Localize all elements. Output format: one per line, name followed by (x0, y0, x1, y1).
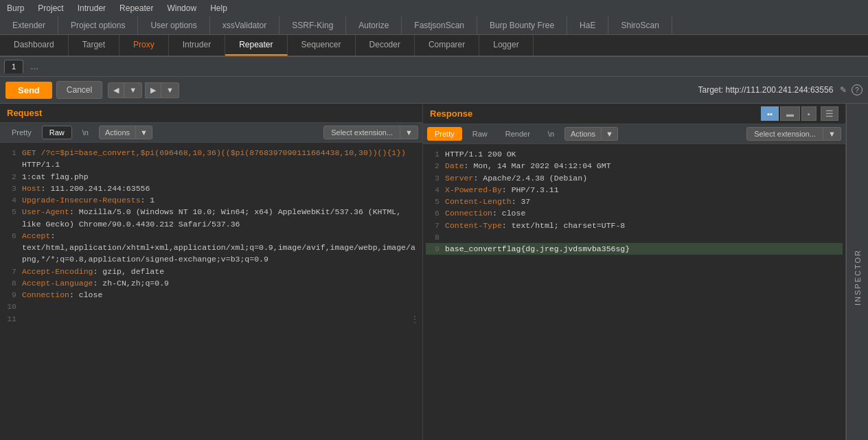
repeater-toolbar: Send Cancel ◀ ▼ ▶ ▼ Target: http://111.2… (0, 77, 868, 104)
edit-target-icon[interactable]: ✎ (840, 85, 847, 95)
request-line-10: 10 (3, 301, 420, 312)
request-actions-dropdown[interactable]: ▼ (136, 126, 152, 139)
response-line-8: 8 (426, 231, 843, 243)
tab-autorize[interactable]: Autorize (346, 16, 402, 34)
request-select-ext-drop[interactable]: ▼ (400, 126, 418, 139)
response-panel-title: Response (430, 108, 472, 119)
request-line-6b: text/html,application/xhtml+xml,applicat… (3, 242, 420, 253)
request-line-6: 6 Accept: (3, 230, 420, 242)
request-toolbar: Pretty Raw \n Actions ▼ Select extension… (0, 123, 422, 143)
tab-target[interactable]: Target (69, 35, 119, 56)
request-line-6c: png,*/*;q=0.8,application/signed-exchang… (3, 253, 420, 265)
tab-ssrf-king[interactable]: SSRF-King (279, 16, 346, 34)
tab-sequencer[interactable]: Sequencer (288, 35, 356, 56)
request-line-cont: HTTP/1.1 (3, 159, 420, 170)
response-line-4: 4 X-Powered-By: PHP/7.3.11 (426, 184, 843, 196)
menu-bar: Burp Project Intruder Repeater Window He… (0, 0, 868, 16)
extension-tabs: Extender Project options User options xs… (0, 16, 868, 35)
response-select-ext-drop[interactable]: ▼ (823, 127, 841, 141)
menu-window[interactable]: Window (160, 1, 203, 15)
request-line-1: 1 GET /?c=$pi=base_convert,$pi(696468,10… (3, 147, 420, 159)
request-tab-raw[interactable]: Raw (42, 126, 72, 139)
response-tab-pretty[interactable]: Pretty (427, 127, 462, 141)
response-panel: Response ▪▪ ▬ ▪ ☰ Pretty Raw Render \n A… (423, 104, 846, 440)
tab-dashboard[interactable]: Dashboard (0, 35, 69, 56)
nav-fwd-button[interactable]: ▶ (145, 82, 161, 98)
repeater-tab-1[interactable]: 1 (4, 60, 23, 73)
tab-burp-bounty-free[interactable]: Burp Bounty Free (477, 16, 567, 34)
main-nav-tabs: Dashboard Target Proxy Intruder Repeater… (0, 35, 868, 57)
inspector-sidebar[interactable]: INSPECTOR (846, 104, 868, 440)
target-bar: Target: http://111.200.241.244:63556 ✎ ? (698, 84, 863, 95)
tab-extender[interactable]: Extender (0, 16, 58, 34)
repeater-tab-row: 1 … (0, 57, 868, 77)
request-actions-wrap: Actions ▼ (99, 126, 152, 139)
response-line-6: 6 Connection: close (426, 207, 843, 219)
response-actions-wrap: Actions ▼ (564, 127, 618, 141)
tab-comparer[interactable]: Comparer (415, 35, 479, 56)
request-line-7: 7 Accept-Encoding: gzip, deflate (3, 266, 420, 277)
request-select-ext-button[interactable]: Select extension... (323, 126, 400, 139)
tab-hae[interactable]: HaE (567, 16, 608, 34)
response-tab-render[interactable]: Render (498, 127, 538, 141)
response-actions-button[interactable]: Actions (564, 127, 602, 141)
menu-burp[interactable]: Burp (0, 1, 31, 15)
response-actions-dropdown[interactable]: ▼ (602, 127, 618, 141)
request-line-8: 8 Accept-Language: zh-CN,zh;q=0.9 (3, 277, 420, 289)
request-line-9: 9 Connection: close (3, 289, 420, 301)
tab-fastjsonscan[interactable]: FastjsonScan (402, 16, 477, 34)
menu-project[interactable]: Project (31, 1, 70, 15)
view-split-horiz-button[interactable]: ▪▪ (761, 106, 779, 121)
request-select-ext-wrap: Select extension... ▼ (323, 126, 418, 139)
response-line-9: 9 base_convertflag{dg.jreg.jvdsmvba356sg… (426, 243, 843, 255)
target-label: Target: (698, 85, 723, 95)
request-line-5: 5 User-Agent: Mozilla/5.0 (Windows NT 10… (3, 206, 420, 218)
request-code-area[interactable]: 1 GET /?c=$pi=base_convert,$pi(696468,10… (0, 143, 422, 440)
request-actions-button[interactable]: Actions (99, 126, 136, 139)
tab-repeater[interactable]: Repeater (225, 35, 287, 56)
target-url: http://111.200.241.244:63556 (726, 85, 834, 95)
request-line-11: 11 (3, 313, 420, 325)
request-line-5b: like Gecko) Chrome/90.0.4430.212 Safari/… (3, 218, 420, 230)
view-menu-button[interactable]: ☰ (821, 106, 838, 121)
request-line-3: 3 Host: 111.200.241.244:63556 (3, 183, 420, 194)
view-mode-buttons: ▪▪ ▬ ▪ ☰ (761, 106, 838, 121)
response-code-area[interactable]: 1 HTTP/1.1 200 OK 2 Date: Mon, 14 Mar 20… (423, 144, 845, 440)
request-tab-newline[interactable]: \n (75, 126, 96, 139)
request-panel: Request Pretty Raw \n Actions ▼ Select e… (0, 104, 423, 440)
nav-back-button[interactable]: ◀ (108, 82, 124, 98)
response-tab-newline[interactable]: \n (540, 127, 562, 141)
tab-shiroscan[interactable]: ShiroScan (608, 16, 672, 34)
response-line-1: 1 HTTP/1.1 200 OK (426, 148, 843, 160)
response-line-5: 5 Content-Length: 37 (426, 196, 843, 207)
send-button[interactable]: Send (5, 82, 52, 99)
response-line-3: 3 Server: Apache/2.4.38 (Debian) (426, 172, 843, 184)
response-toolbar: Pretty Raw Render \n Actions ▼ Select ex… (423, 124, 845, 144)
tab-project-options[interactable]: Project options (58, 16, 138, 34)
tab-decoder[interactable]: Decoder (356, 35, 415, 56)
response-line-7: 7 Content-Type: text/html; charset=UTF-8 (426, 220, 843, 231)
tab-logger[interactable]: Logger (479, 35, 533, 56)
menu-repeater[interactable]: Repeater (113, 1, 160, 15)
help-icon[interactable]: ? (852, 84, 863, 95)
repeater-tab-dots[interactable]: … (25, 60, 44, 73)
tab-xssvalidator[interactable]: xssValidator (210, 16, 279, 34)
response-select-ext-wrap: Select extension... ▼ (746, 127, 841, 141)
request-line-2: 2 1:cat flag.php (3, 171, 420, 183)
response-line-2: 2 Date: Mon, 14 Mar 2022 04:12:04 GMT (426, 160, 843, 172)
tab-user-options[interactable]: User options (138, 16, 209, 34)
response-select-ext-button[interactable]: Select extension... (746, 127, 823, 141)
nav-fwd-drop-button[interactable]: ▼ (161, 82, 179, 98)
cancel-button[interactable]: Cancel (56, 81, 102, 99)
nav-back-drop-button[interactable]: ▼ (124, 82, 142, 98)
view-full-button[interactable]: ▪ (801, 106, 816, 121)
view-split-vert-button[interactable]: ▬ (780, 106, 800, 121)
menu-intruder[interactable]: Intruder (71, 1, 113, 15)
menu-help[interactable]: Help (203, 1, 234, 15)
response-tab-raw[interactable]: Raw (465, 127, 495, 141)
request-line-4: 4 Upgrade-Insecure-Requests: 1 (3, 194, 420, 206)
request-tab-pretty[interactable]: Pretty (4, 126, 39, 139)
tab-proxy[interactable]: Proxy (119, 35, 169, 56)
context-menu-dots[interactable]: ⋮ (410, 313, 420, 327)
tab-intruder[interactable]: Intruder (169, 35, 225, 56)
